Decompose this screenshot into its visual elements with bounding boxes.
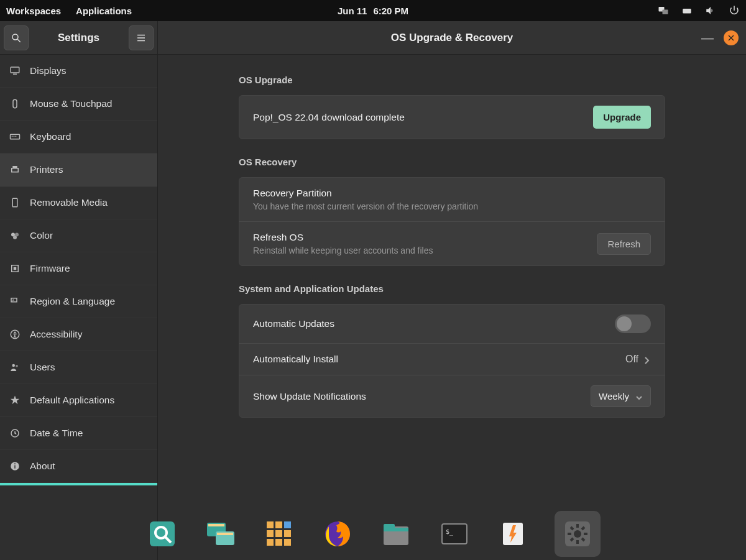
sidebar-item-removable[interactable]: Removable Media: [0, 186, 157, 219]
svg-line-62: [571, 527, 573, 530]
topbar-time: 6:20 PM: [373, 6, 408, 16]
sidebar-item-displays[interactable]: Displays: [0, 55, 157, 88]
upgrade-status-text: Pop!_OS 22.04 download complete: [253, 112, 593, 123]
updates-panel: Automatic Updates Automatically Install …: [239, 304, 665, 418]
os-upgrade-panel: Pop!_OS 22.04 download complete Upgrade: [239, 95, 665, 139]
windows-icon[interactable]: [658, 5, 669, 16]
sidebar-item-accessibility[interactable]: Accessibility: [0, 318, 157, 351]
refresh-button[interactable]: Refresh: [597, 233, 651, 255]
svg-line-64: [571, 538, 573, 541]
svg-rect-41: [275, 521, 282, 528]
svg-rect-42: [284, 521, 291, 528]
sidebar: Displays Mouse & Touchpad Keyboard Print…: [0, 55, 158, 560]
topbar-clock[interactable]: Jun 11 6:20 PM: [338, 6, 408, 16]
svg-point-27: [12, 364, 16, 367]
sidebar-label: Removable Media: [30, 197, 108, 208]
dock-files[interactable]: [379, 517, 413, 551]
dock-search[interactable]: [145, 517, 179, 551]
svg-rect-52: [384, 528, 408, 531]
dock-settings[interactable]: [555, 511, 601, 557]
svg-point-20: [13, 236, 17, 239]
dock-popshop[interactable]: [496, 517, 530, 551]
sidebar-item-default-apps[interactable]: Default Applications: [0, 384, 157, 417]
upgrade-button[interactable]: Upgrade: [593, 106, 651, 129]
svg-rect-22: [14, 267, 17, 270]
menu-button[interactable]: [129, 25, 154, 50]
svg-text:A: A: [12, 298, 15, 302]
dock-grid[interactable]: [262, 517, 296, 551]
region-icon: A: [9, 295, 21, 308]
svg-rect-39: [217, 533, 233, 535]
svg-point-26: [14, 332, 16, 334]
search-button[interactable]: [4, 25, 29, 50]
network-icon[interactable]: [681, 5, 693, 16]
os-recovery-panel: Recovery Partition You have the most cur…: [239, 177, 665, 266]
close-button[interactable]: [724, 30, 739, 45]
notifications-select[interactable]: Weekly: [591, 385, 651, 407]
svg-rect-45: [284, 530, 291, 537]
sidebar-item-firmware[interactable]: Firmware: [0, 252, 157, 285]
svg-rect-44: [275, 530, 282, 537]
svg-rect-37: [208, 524, 224, 526]
svg-rect-17: [12, 198, 17, 207]
svg-text:$_: $_: [446, 528, 454, 536]
sidebar-item-keyboard[interactable]: Keyboard: [0, 121, 157, 154]
sidebar-item-mouse[interactable]: Mouse & Touchpad: [0, 88, 157, 121]
svg-rect-48: [284, 539, 291, 546]
svg-rect-13: [14, 136, 15, 137]
svg-rect-7: [137, 40, 145, 41]
os-recovery-heading: OS Recovery: [239, 157, 665, 167]
svg-point-3: [12, 34, 18, 40]
dock-workspaces[interactable]: [204, 517, 237, 551]
recovery-partition-sub: You have the most current version of the…: [253, 201, 651, 211]
svg-rect-12: [12, 136, 13, 137]
auto-install-value: Off: [625, 354, 638, 365]
sidebar-item-region[interactable]: A Region & Language: [0, 285, 157, 318]
settings-window: Settings OS Upgrade & Recovery — Display…: [0, 21, 746, 560]
show-notifications-label: Show Update Notifications: [253, 391, 591, 402]
sidebar-label: Firmware: [30, 263, 70, 274]
auto-install-row[interactable]: Automatically Install Off: [239, 344, 665, 375]
sidebar-label: Displays: [30, 65, 67, 76]
svg-rect-5: [137, 34, 145, 35]
printers-icon: [9, 163, 21, 176]
power-icon[interactable]: [729, 5, 740, 16]
chevron-right-icon: [643, 356, 651, 363]
svg-rect-9: [13, 74, 17, 75]
topbar-workspaces[interactable]: Workspaces: [6, 6, 61, 16]
sidebar-item-users[interactable]: Users: [0, 351, 157, 384]
displays-icon: [9, 65, 21, 77]
sidebar-label: Accessibility: [30, 329, 82, 340]
sidebar-label: Users: [30, 362, 55, 373]
volume-icon[interactable]: [705, 5, 716, 16]
svg-line-63: [582, 538, 584, 541]
topbar-applications[interactable]: Applications: [76, 6, 132, 16]
auto-updates-toggle[interactable]: [615, 314, 651, 333]
svg-rect-31: [14, 466, 16, 469]
dock-terminal[interactable]: $_: [438, 517, 471, 551]
svg-rect-40: [267, 521, 274, 528]
auto-updates-label: Automatic Updates: [253, 318, 615, 329]
os-topbar: Workspaces Applications Jun 11 6:20 PM: [0, 0, 746, 21]
svg-rect-2: [683, 9, 691, 14]
svg-rect-14: [16, 136, 17, 137]
minimize-button[interactable]: —: [700, 30, 715, 45]
sidebar-item-about[interactable]: About: [0, 450, 157, 483]
sidebar-item-date-time[interactable]: Date & Time: [0, 417, 157, 450]
users-icon: [9, 361, 21, 374]
recovery-partition-title: Recovery Partition: [253, 188, 651, 199]
sidebar-label: Date & Time: [30, 428, 83, 439]
sidebar-item-printers[interactable]: Printers: [0, 154, 157, 186]
dock-firefox[interactable]: [321, 517, 354, 551]
svg-rect-6: [137, 37, 145, 39]
sidebar-label: Printers: [30, 164, 63, 175]
sidebar-item-color[interactable]: Color: [0, 219, 157, 252]
firmware-icon: [9, 262, 21, 275]
star-icon: [9, 394, 21, 406]
clock-icon: [9, 427, 21, 439]
svg-rect-43: [267, 530, 274, 537]
svg-rect-15: [12, 168, 19, 172]
svg-point-28: [16, 365, 18, 367]
svg-line-4: [17, 39, 21, 42]
updates-heading: System and Application Updates: [239, 283, 665, 294]
